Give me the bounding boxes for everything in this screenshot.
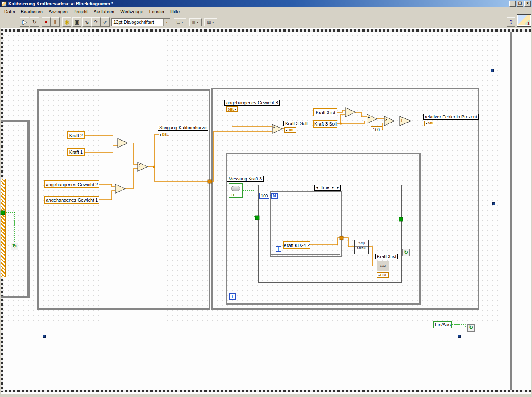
iteration-terminal[interactable]: i [276,246,281,252]
menu-bearbeiten[interactable]: Bearbeiten [18,8,46,15]
vi-icon-badge: 1 [527,21,530,26]
step-into-button[interactable]: ⇘ [82,17,91,27]
dbl-type-label: DBL [162,133,169,136]
chevron-down-icon: ▼ [212,21,214,24]
label-gewicht3[interactable]: angehangenes Gewicht 3 [224,100,280,106]
distribute-icon: ▥ [192,20,195,25]
labview-app-icon [1,1,7,7]
mean-label: MEAN [355,246,368,250]
indicator-kraft3ist-dbl: ▸ DBL [377,272,389,278]
selection-handle[interactable] [458,335,461,338]
for-loop-inner-line-h [271,254,340,255]
label-steigung[interactable]: Steigung Kalibrierkurve [158,125,208,131]
for-loop-inner-line-v [340,192,340,256]
menu-ausfuehren[interactable]: Ausführen [91,8,118,15]
control-kraft3ist[interactable]: Kraft 3 ist [313,108,337,116]
menu-werkzeuge[interactable]: Werkzeuge [118,8,146,15]
indicator-steigung-dbl[interactable]: ▸ DBL [159,132,170,137]
terminal-arrow-icon: ▸ [160,133,162,136]
case-selector-label[interactable]: ◄ True ▼ ► [314,185,341,191]
terminal-arrow-icon: ▸ [379,274,380,276]
case-prev-icon[interactable]: ◄ [315,185,318,190]
outer-while-right-border[interactable] [510,32,512,390]
selection-ants-bottom [1,390,531,392]
indicator-kraft3ist[interactable]: 1.23 ▸ DBL [377,261,391,279]
run-button[interactable]: ▶ [20,17,29,27]
loop-condition-terminal-inner[interactable]: ↻ [402,249,410,256]
font-selector-value: 13pt Dialogschriftart [112,19,163,26]
titlebar: Kalibrierung Kraftmessdose.vi Blockdiagr… [0,0,532,7]
abort-button[interactable]: ● [42,17,51,27]
chevron-down-icon[interactable]: ▼ [163,19,170,26]
control-gewicht1[interactable]: angehangenes Gewicht 1 [44,196,99,204]
divide-glyph: ÷ [368,116,370,120]
terminal-arrow-icon: ▸ [286,129,287,131]
divide-glyph: ÷ [138,164,140,168]
run-continuous-button[interactable]: ↻ [30,17,39,27]
menu-anzeigen[interactable]: Anzeigen [46,8,71,15]
chevron-down-icon: ▼ [197,21,199,24]
control-kraft2[interactable]: Kraft 2 [67,131,85,139]
dbl-type-label: DBL [380,273,387,277]
left-loop-bottom-border[interactable] [1,296,30,298]
dbl-type-label: DBL [288,128,294,132]
minimize-button[interactable]: _ [509,1,516,7]
dbl-type-label: DBL [428,121,434,125]
font-selector[interactable]: 13pt Dialogschriftart ▼ [111,18,170,26]
abs-glyph: || [401,119,402,122]
menu-hilfe[interactable]: Hilfe [168,8,183,15]
label-kraft3ist-out[interactable]: Kraft 3 ist [375,254,398,259]
reorder-objects-dropdown[interactable]: ▦ ▼ [204,18,217,26]
control-einaus[interactable]: Ein/Aus [433,321,452,328]
selection-handle[interactable] [43,335,46,338]
step-over-button[interactable]: ↷ [91,17,101,27]
window-title: Kalibrierung Kraftmessdose.vi Blockdiagr… [8,1,508,6]
control-kraft1[interactable]: Kraft 1 [67,148,85,156]
menu-datei[interactable]: Datei [2,8,18,15]
left-loop-right-border[interactable] [27,120,30,298]
control-kd24[interactable]: Kraft KD24 2 [283,241,310,249]
step-out-button[interactable]: ⇗ [101,17,110,27]
label-rel-fehler[interactable]: relativer Fehler in Prozent [423,114,479,120]
boolean-button-icon [231,186,240,191]
selection-handle[interactable] [491,69,494,72]
case-next-icon[interactable]: ► [337,185,340,190]
indicator-rel-fehler-dbl[interactable]: ▸ DBL [424,121,436,126]
multiply-glyph: × [385,118,387,122]
left-loop-top-border[interactable] [1,120,30,122]
label-kraft3soll-out[interactable]: Kraft 3 Soll [283,121,309,126]
pause-button[interactable]: ‖ [51,17,60,27]
mean-node[interactable]: ∿σμ MEAN [354,240,369,254]
control-kraft3soll[interactable]: Kraft 3 Soll [313,120,337,128]
retain-wire-values-button[interactable]: ▣ [72,17,81,27]
control-gewicht3-dbl[interactable]: DBL ▸ [226,106,238,112]
distribute-objects-dropdown[interactable]: ▥ ▼ [189,18,202,26]
indicator-kraft3soll-dbl[interactable]: ▸ DBL [284,127,296,133]
constant-100-count[interactable]: 100 [259,193,269,199]
selection-handle[interactable] [492,202,495,205]
menu-projekt[interactable]: Projekt [71,8,91,15]
terminal-arrow-icon: ▸ [426,122,427,125]
constant-100[interactable]: 100 [371,126,382,133]
labview-window: Kalibrierung Kraftmessdose.vi Blockdiagr… [0,0,532,397]
menu-fenster[interactable]: Fenster [147,8,168,15]
context-help-button[interactable]: ? [507,17,515,27]
control-gewicht2[interactable]: angehangenes Gewicht 2 [44,180,99,188]
multiply-glyph: × [273,126,275,130]
mean-glyphs: ∿σμ [355,240,368,246]
loop-condition-terminal-outer[interactable]: ↻ [467,324,475,332]
label-messung[interactable]: Messung Kraft 3 [227,176,264,182]
vi-icon[interactable]: 1 [517,14,531,27]
iteration-terminal-while[interactable]: i [229,293,236,300]
maximize-button[interactable]: ❐ [517,1,523,7]
boolean-control-messung[interactable]: TF [229,183,243,198]
loop-count-terminal[interactable]: N [271,193,278,199]
clipped-terminals [1,179,6,277]
loop-condition-terminal-left[interactable]: ↻ [11,243,18,250]
close-button[interactable]: ✕ [524,1,531,7]
case-dropdown-icon[interactable]: ▼ [331,185,334,190]
dbl-type-label: DBL [228,108,234,111]
highlight-execution-button[interactable]: ◉ [62,17,71,27]
align-objects-dropdown[interactable]: ▤ ▼ [174,18,186,26]
menubar: Datei Bearbeiten Anzeigen Projekt Ausfüh… [0,7,532,16]
